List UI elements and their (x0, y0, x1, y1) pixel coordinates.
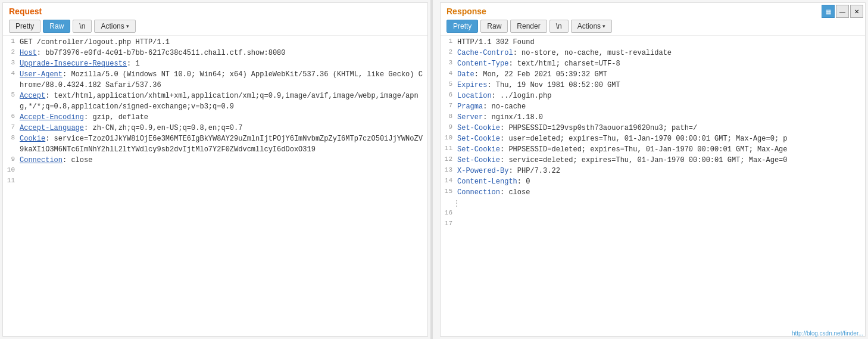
line-number: 3 (441, 58, 457, 66)
line-content: Cookie: service=TzozOiJkYW8iOjE6e3M6MTE6… (20, 133, 427, 155)
request-actions-button[interactable]: Actions ▾ (94, 20, 135, 33)
request-newline-button[interactable]: \n (73, 20, 92, 33)
request-raw-button[interactable]: Raw (43, 20, 70, 33)
grid-view-button[interactable]: ▦ (822, 5, 835, 18)
line-content: User-Agent: Mozilla/5.0 (Windows NT 10.0… (20, 69, 427, 91)
line-number: 6 (3, 112, 20, 120)
line-content: Expires: Thu, 19 Nov 1981 08:52:00 GMT (457, 80, 865, 91)
panel-divider[interactable] (430, 0, 438, 339)
table-row: 2Cache-Control: no-store, no-cache, must… (441, 48, 865, 58)
drag-handle: ⋮ (441, 198, 865, 209)
line-number: 14 (441, 176, 457, 184)
response-actions-button[interactable]: Actions ▾ (571, 20, 612, 33)
table-row: 14Content-Length: 0 (441, 176, 865, 187)
response-pretty-button[interactable]: Pretty (447, 20, 478, 33)
line-number: 5 (441, 80, 457, 88)
response-header: Response Pretty Raw Render \n Actions ▾ (441, 3, 865, 36)
request-header: Request Pretty Raw \n Actions ▾ (3, 3, 427, 36)
line-number: 10 (441, 133, 457, 141)
table-row: 8Cookie: service=TzozOiJkYW8iOjE6e3M6MTE… (3, 133, 427, 155)
table-row: 4User-Agent: Mozilla/5.0 (Windows NT 10.… (3, 69, 427, 91)
table-row: 1HTTP/1.1 302 Found (441, 37, 865, 48)
line-content: Server: nginx/1.18.0 (457, 112, 865, 123)
response-newline-button[interactable]: \n (549, 20, 569, 33)
table-row: 9Connection: close (3, 155, 427, 166)
request-pretty-button[interactable]: Pretty (9, 20, 40, 33)
response-title: Response (447, 7, 859, 16)
line-number: 10 (3, 166, 20, 173)
table-row: 7Accept-Language: zh-CN,zh;q=0.9,en-US;q… (3, 123, 427, 133)
table-row: 4Date: Mon, 22 Feb 2021 05:39:32 GMT (441, 69, 865, 80)
request-content[interactable]: 1GET /controller/logout.php HTTP/1.12Hos… (3, 36, 427, 336)
table-row: 16 (441, 209, 865, 219)
line-content: Accept-Language: zh-CN,zh;q=0.9,en-US;q=… (20, 123, 427, 133)
request-title: Request (9, 7, 421, 16)
line-content: Set-Cookie: PHPSESSID=129vsp0sth73aouora… (457, 123, 865, 133)
table-row: 8Server: nginx/1.18.0 (441, 112, 865, 123)
line-content: Accept: text/html,application/xhtml+xml,… (20, 91, 427, 112)
line-content: Connection: close (457, 187, 865, 198)
table-row: 10 (3, 166, 427, 176)
line-number: 1 (3, 37, 20, 45)
response-render-button[interactable]: Render (510, 20, 547, 33)
line-number: 9 (3, 155, 20, 163)
table-row: 13X-Powered-By: PHP/7.3.22 (441, 166, 865, 176)
line-content: Host: bb7f3976-e0fd-4c01-b7bb-6217c38c45… (20, 48, 427, 58)
table-row: 5Expires: Thu, 19 Nov 1981 08:52:00 GMT (441, 80, 865, 91)
line-number: 3 (3, 58, 20, 66)
line-content: Set-Cookie: PHPSESSID=deleted; expires=T… (457, 144, 865, 155)
table-row: 9Set-Cookie: PHPSESSID=129vsp0sth73aouor… (441, 123, 865, 133)
response-raw-button[interactable]: Raw (480, 20, 508, 33)
table-row: 17 (441, 219, 865, 230)
line-content: Location: ../login.php (457, 91, 865, 101)
line-number: 17 (441, 219, 457, 227)
line-content: Upgrade-Insecure-Requests: 1 (20, 58, 427, 69)
line-number: 4 (3, 69, 20, 77)
minimize-button[interactable]: — (836, 5, 849, 18)
line-number: 2 (3, 48, 20, 55)
line-number: 5 (3, 91, 20, 98)
line-number: 7 (3, 123, 20, 130)
line-number: 9 (441, 123, 457, 130)
line-content: X-Powered-By: PHP/7.3.22 (457, 166, 865, 176)
line-content: Cache-Control: no-store, no-cache, must-… (457, 48, 865, 58)
line-number: 15 (441, 187, 457, 195)
table-row: 6Location: ../login.php (441, 91, 865, 101)
line-number: 8 (441, 112, 457, 120)
table-row: 3Content-Type: text/html; charset=UTF-8 (441, 58, 865, 69)
table-row: 5Accept: text/html,application/xhtml+xml… (3, 91, 427, 112)
table-row: 15Connection: close (441, 187, 865, 198)
line-content: Pragma: no-cache (457, 101, 865, 112)
close-button[interactable]: ✕ (850, 5, 863, 18)
line-content: Content-Length: 0 (457, 176, 865, 187)
line-number: 12 (441, 155, 457, 163)
line-number: 16 (441, 209, 457, 216)
line-number: 1 (441, 37, 457, 45)
table-row: 11Set-Cookie: PHPSESSID=deleted; expires… (441, 144, 865, 155)
line-number: 7 (441, 101, 457, 109)
panels-container: Request Pretty Raw \n Actions ▾ 1GET /co… (0, 0, 868, 339)
line-content: Date: Mon, 22 Feb 2021 05:39:32 GMT (457, 69, 865, 80)
line-content: Content-Type: text/html; charset=UTF-8 (457, 58, 865, 69)
line-content: Set-Cookie: user=deleted; expires=Thu, 0… (457, 133, 865, 144)
watermark: http://blog.csdn.net/finder... (792, 330, 863, 337)
table-row: 12Set-Cookie: service=deleted; expires=T… (441, 155, 865, 166)
table-row: 2Host: bb7f3976-e0fd-4c01-b7bb-6217c38c4… (3, 48, 427, 58)
actions-dropdown-arrow: ▾ (126, 23, 129, 29)
table-row: 7Pragma: no-cache (441, 101, 865, 112)
line-number: 2 (441, 48, 457, 55)
line-number: 8 (3, 133, 20, 141)
response-content[interactable]: 1HTTP/1.1 302 Found2Cache-Control: no-st… (441, 36, 865, 336)
table-row: 11 (3, 176, 427, 187)
table-row: 1GET /controller/logout.php HTTP/1.1 (3, 37, 427, 48)
line-number: 11 (441, 144, 457, 152)
line-content: Accept-Encoding: gzip, deflate (20, 112, 427, 123)
line-content: Connection: close (20, 155, 427, 166)
table-row: 3Upgrade-Insecure-Requests: 1 (3, 58, 427, 69)
response-actions-dropdown-arrow: ▾ (602, 23, 605, 29)
line-content: GET /controller/logout.php HTTP/1.1 (20, 37, 427, 48)
line-content: HTTP/1.1 302 Found (457, 37, 865, 48)
window-controls: ▦ — ✕ (822, 5, 863, 18)
line-number: 4 (441, 69, 457, 77)
table-row: 10Set-Cookie: user=deleted; expires=Thu,… (441, 133, 865, 144)
